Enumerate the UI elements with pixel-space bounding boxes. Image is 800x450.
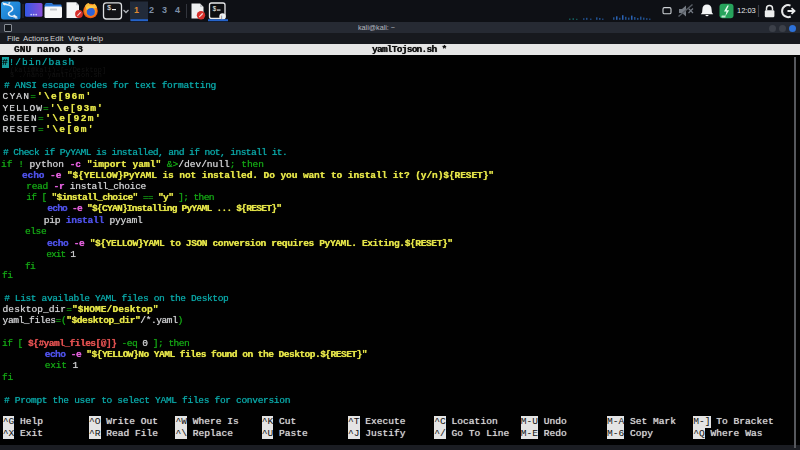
svg-text:$: $ (107, 4, 111, 12)
svg-text:$: $ (213, 6, 217, 13)
svg-text:i: i (221, 14, 222, 20)
